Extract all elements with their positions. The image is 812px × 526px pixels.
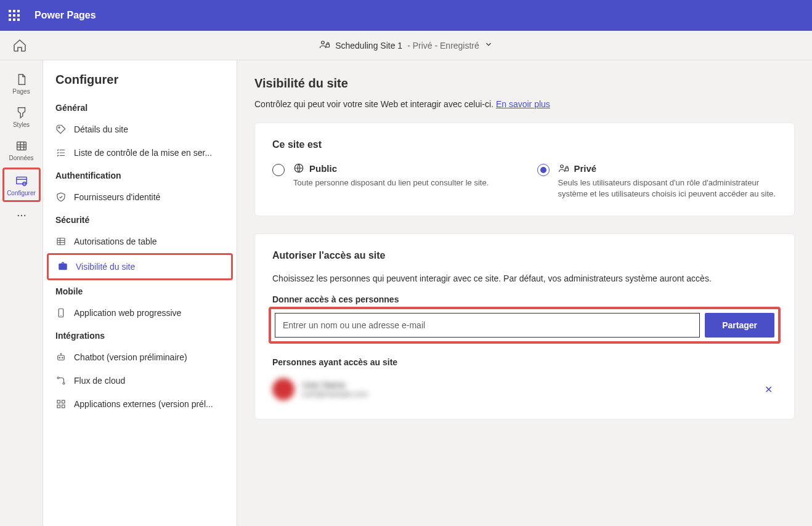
rail-label-pages: Pages [12, 88, 30, 95]
nav-pwa[interactable]: Application web progressive [43, 301, 237, 325]
nav-label: Chatbot (version préliminaire) [74, 352, 187, 362]
tag-icon [55, 124, 67, 135]
nav-identity-providers[interactable]: Fournisseurs d'identité [43, 185, 237, 209]
rail-tab-styles[interactable]: Styles [2, 101, 41, 132]
person-name: User Name [302, 380, 368, 390]
rail-more-button[interactable] [12, 208, 31, 223]
nav-cloud-flows[interactable]: Flux de cloud [43, 369, 237, 392]
public-label: Public [309, 163, 337, 174]
svg-rect-19 [62, 405, 65, 408]
svg-point-21 [560, 165, 563, 168]
svg-rect-11 [58, 355, 65, 360]
learn-more-link[interactable]: En savoir plus [496, 99, 550, 109]
share-field-label: Donner accès à ces personnes [272, 294, 777, 304]
nav-table-permissions[interactable]: Autorisations de table [43, 230, 237, 253]
app-launcher-icon[interactable] [9, 10, 20, 21]
radio-private[interactable]: Privé Seuls les utilisateurs disposant d… [537, 163, 777, 200]
svg-rect-2 [17, 142, 26, 150]
section-auth: Authentification [43, 164, 237, 185]
page-subtitle: Contrôlez qui peut voir votre site Web e… [254, 99, 795, 109]
flow-icon [55, 375, 67, 386]
rail-tab-pages[interactable]: Pages [2, 68, 41, 99]
bot-icon [55, 352, 67, 363]
nav-label: Liste de contrôle de la mise en ser... [74, 148, 212, 158]
section-general: Général [43, 97, 237, 118]
share-button[interactable]: Partager [705, 313, 774, 338]
nav-label: Application web progressive [74, 308, 181, 318]
svg-point-15 [63, 382, 65, 384]
chevron-down-icon [484, 40, 493, 51]
site-name: Scheduling Site 1 [335, 41, 402, 51]
section-security: Sécurité [43, 209, 237, 230]
nav-label: Autorisations de table [74, 237, 157, 246]
section-mobile: Mobile [43, 280, 237, 301]
svg-point-12 [59, 357, 60, 358]
svg-rect-1 [326, 44, 329, 47]
checklist-icon [55, 147, 67, 158]
svg-rect-22 [565, 168, 568, 171]
svg-rect-18 [57, 405, 60, 408]
remove-person-button[interactable]: ✕ [760, 381, 777, 398]
section-integrations: Intégrations [43, 325, 237, 346]
public-desc: Toute personne disposant du lien peut co… [293, 177, 489, 188]
people-lock-icon [319, 39, 330, 52]
rail-tab-data[interactable]: Données [2, 134, 41, 165]
rail-label-setup: Configurer [7, 190, 36, 196]
site-meta: - Privé - Enregistré [407, 41, 479, 51]
person-row: User Name user@example.com ✕ [272, 376, 777, 403]
nav-label: Flux de cloud [74, 376, 125, 386]
svg-rect-17 [62, 400, 65, 403]
access-card: Autoriser l'accès au site Choisissez les… [254, 233, 795, 419]
shield-icon [55, 192, 67, 203]
svg-point-13 [62, 357, 63, 358]
svg-rect-16 [57, 400, 60, 403]
avatar [272, 378, 294, 400]
nav-label: Fournisseurs d'identité [74, 192, 160, 202]
rail-tab-setup[interactable]: Configurer [2, 168, 41, 202]
nav-site-visibility[interactable]: Visibilité du site [47, 253, 233, 280]
rail-label-styles: Styles [13, 121, 30, 128]
nav-golive-checklist[interactable]: Liste de contrôle de la mise en ser... [43, 141, 237, 164]
card-title: Autoriser l'accès au site [272, 250, 777, 261]
svg-point-7 [24, 215, 25, 216]
share-input[interactable] [275, 313, 700, 338]
private-desc: Seuls les utilisateurs disposant d'un rô… [558, 177, 777, 200]
radio-button[interactable] [537, 164, 550, 176]
nav-chatbot[interactable]: Chatbot (version préliminaire) [43, 346, 237, 369]
brand-title: Power Pages [35, 10, 96, 21]
radio-button[interactable] [272, 164, 285, 176]
nav-external-apps[interactable]: Applications externes (version prél... [43, 392, 237, 416]
svg-point-6 [20, 215, 22, 216]
card-desc: Choisissez les personnes qui peuvent int… [272, 273, 777, 283]
table-icon [55, 236, 67, 247]
svg-point-0 [322, 41, 325, 44]
private-label: Privé [574, 163, 597, 174]
rail-label-data: Données [9, 155, 33, 161]
svg-rect-9 [57, 238, 65, 245]
nav-label: Détails du site [74, 124, 128, 134]
nav-label: Applications externes (version prél... [74, 399, 213, 409]
briefcase-icon [57, 261, 68, 272]
svg-point-5 [17, 215, 18, 216]
radio-public[interactable]: Public Toute personne disposant du lien … [272, 163, 513, 200]
nav-label: Visibilité du site [76, 262, 135, 272]
panel-title: Configurer [43, 73, 237, 97]
visibility-card: Ce site est Public Toute personne dispos… [254, 123, 795, 216]
site-selector[interactable]: Scheduling Site 1 - Privé - Enregistré [319, 39, 493, 52]
svg-point-8 [59, 127, 60, 128]
globe-icon [293, 163, 304, 174]
home-button[interactable] [12, 38, 27, 53]
phone-icon [55, 307, 67, 318]
people-list-title: Personnes ayant accès au site [272, 357, 777, 367]
people-lock-icon [558, 163, 569, 174]
person-subtitle: user@example.com [302, 390, 368, 399]
svg-point-14 [57, 377, 59, 379]
card-title: Ce site est [272, 139, 777, 150]
page-title: Visibilité du site [254, 76, 795, 91]
nav-site-details[interactable]: Détails du site [43, 118, 237, 141]
grid-icon [55, 399, 67, 410]
